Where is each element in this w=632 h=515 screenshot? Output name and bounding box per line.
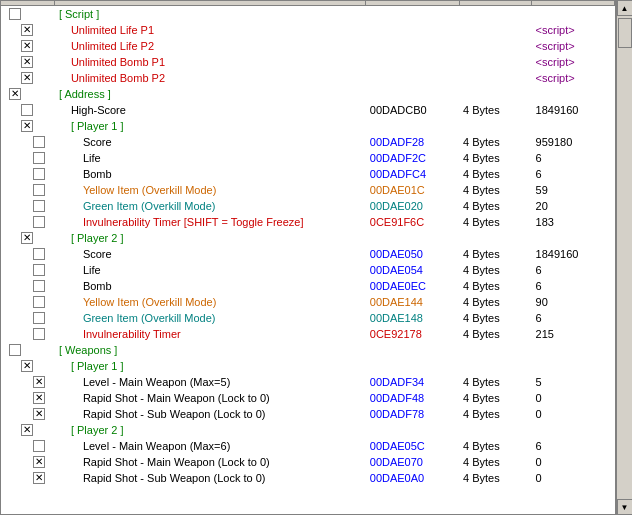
- active-cell: [1, 70, 55, 86]
- description-cell: Level - Main Weapon (Max=6): [55, 438, 366, 454]
- type-cell: [459, 342, 532, 358]
- checkbox[interactable]: [9, 8, 21, 20]
- checkbox[interactable]: [33, 264, 45, 276]
- type-cell: 4 Bytes: [459, 374, 532, 390]
- table-row[interactable]: Score00DADF284 Bytes959180: [1, 134, 615, 150]
- active-cell: [1, 86, 55, 102]
- checkbox[interactable]: [33, 440, 45, 452]
- checkbox[interactable]: [21, 232, 33, 244]
- table-row[interactable]: Yellow Item (Overkill Mode)00DAE1444 Byt…: [1, 294, 615, 310]
- checkbox[interactable]: [33, 408, 45, 420]
- checkbox[interactable]: [33, 200, 45, 212]
- checkbox[interactable]: [9, 88, 21, 100]
- value-cell: 959180: [532, 134, 615, 150]
- table-row[interactable]: Bomb00DADFC44 Bytes6: [1, 166, 615, 182]
- table-row[interactable]: High-Score00DADCB04 Bytes1849160: [1, 102, 615, 118]
- checkbox[interactable]: [21, 120, 33, 132]
- checkbox[interactable]: [33, 136, 45, 148]
- table-row[interactable]: Rapid Shot - Sub Weapon (Lock to 0)00DAE…: [1, 470, 615, 486]
- table-row[interactable]: Invulnerability Timer0CE921784 Bytes215: [1, 326, 615, 342]
- active-cell: [1, 54, 55, 70]
- checkbox[interactable]: [33, 376, 45, 388]
- table-row[interactable]: Yellow Item (Overkill Mode)00DAE01C4 Byt…: [1, 182, 615, 198]
- scroll-down-button[interactable]: ▼: [617, 499, 633, 515]
- checkbox[interactable]: [33, 184, 45, 196]
- active-cell: [1, 22, 55, 38]
- type-cell: [459, 358, 532, 374]
- active-cell: [1, 358, 55, 374]
- description-cell: Unlimited Bomb P2: [55, 70, 366, 86]
- table-row[interactable]: Unlimited Life P2<script>: [1, 38, 615, 54]
- table-row[interactable]: Green Item (Overkill Mode)00DAE1484 Byte…: [1, 310, 615, 326]
- checkbox[interactable]: [33, 392, 45, 404]
- checkbox[interactable]: [21, 72, 33, 84]
- table-row[interactable]: Level - Main Weapon (Max=6)00DAE05C4 Byt…: [1, 438, 615, 454]
- checkbox[interactable]: [33, 472, 45, 484]
- table-row[interactable]: [ Player 1 ]: [1, 358, 615, 374]
- row-label: [ Weapons ]: [59, 344, 118, 356]
- checkbox[interactable]: [33, 280, 45, 292]
- value-cell: [532, 422, 615, 438]
- checkbox[interactable]: [33, 248, 45, 260]
- type-cell: 4 Bytes: [459, 470, 532, 486]
- table-row[interactable]: Unlimited Bomb P1<script>: [1, 54, 615, 70]
- checkbox[interactable]: [33, 312, 45, 324]
- scrollbar[interactable]: ▲ ▼: [616, 0, 632, 515]
- checkbox[interactable]: [21, 40, 33, 52]
- table-row[interactable]: Green Item (Overkill Mode)00DAE0204 Byte…: [1, 198, 615, 214]
- checkbox[interactable]: [33, 168, 45, 180]
- table-row[interactable]: Unlimited Life P1<script>: [1, 22, 615, 38]
- row-label: Bomb: [59, 280, 112, 292]
- type-cell: [459, 54, 532, 70]
- value-cell: <script>: [532, 22, 615, 38]
- value-cell: 1849160: [532, 102, 615, 118]
- table-row[interactable]: Bomb00DAE0EC4 Bytes6: [1, 278, 615, 294]
- type-cell: 4 Bytes: [459, 390, 532, 406]
- value-cell: <script>: [532, 38, 615, 54]
- table-row[interactable]: Score00DAE0504 Bytes1849160: [1, 246, 615, 262]
- active-cell: [1, 102, 55, 118]
- table-row[interactable]: Rapid Shot - Main Weapon (Lock to 0)00DA…: [1, 454, 615, 470]
- table-row[interactable]: Rapid Shot - Main Weapon (Lock to 0)00DA…: [1, 390, 615, 406]
- active-cell: [1, 38, 55, 54]
- checkbox[interactable]: [33, 328, 45, 340]
- checkbox[interactable]: [21, 104, 33, 116]
- value-cell: 0: [532, 390, 615, 406]
- address-cell: [366, 22, 459, 38]
- table-row[interactable]: Life00DADF2C4 Bytes6: [1, 150, 615, 166]
- description-cell: Rapid Shot - Main Weapon (Lock to 0): [55, 390, 366, 406]
- checkbox[interactable]: [33, 152, 45, 164]
- table-row[interactable]: [ Script ]: [1, 6, 615, 22]
- active-cell: [1, 134, 55, 150]
- row-label: Unlimited Life P1: [59, 24, 154, 36]
- checkbox[interactable]: [21, 360, 33, 372]
- checkbox[interactable]: [9, 344, 21, 356]
- table-row[interactable]: Life00DAE0544 Bytes6: [1, 262, 615, 278]
- scroll-up-button[interactable]: ▲: [617, 0, 633, 16]
- value-cell: 6: [532, 262, 615, 278]
- value-cell: 0: [532, 454, 615, 470]
- table-row[interactable]: [ Player 2 ]: [1, 230, 615, 246]
- address-cell: 00DAE0A0: [366, 470, 459, 486]
- scroll-thumb[interactable]: [618, 18, 632, 48]
- table-row[interactable]: [ Weapons ]: [1, 342, 615, 358]
- table-row[interactable]: Rapid Shot - Sub Weapon (Lock to 0)00DAD…: [1, 406, 615, 422]
- description-cell: Green Item (Overkill Mode): [55, 198, 366, 214]
- table-row[interactable]: [ Address ]: [1, 86, 615, 102]
- checkbox[interactable]: [33, 216, 45, 228]
- table-row[interactable]: [ Player 1 ]: [1, 118, 615, 134]
- checkbox[interactable]: [33, 296, 45, 308]
- checkbox[interactable]: [21, 24, 33, 36]
- table-row[interactable]: [ Player 2 ]: [1, 422, 615, 438]
- checkbox[interactable]: [21, 56, 33, 68]
- type-cell: 4 Bytes: [459, 102, 532, 118]
- table-row[interactable]: Invulnerability Timer [SHIFT = Toggle Fr…: [1, 214, 615, 230]
- value-cell: 59: [532, 182, 615, 198]
- address-cell: 00DAE070: [366, 454, 459, 470]
- checkbox[interactable]: [21, 424, 33, 436]
- table-row[interactable]: Unlimited Bomb P2<script>: [1, 70, 615, 86]
- table-row[interactable]: Level - Main Weapon (Max=5)00DADF344 Byt…: [1, 374, 615, 390]
- row-label: [ Script ]: [59, 8, 99, 20]
- cheat-table[interactable]: [ Script ]Unlimited Life P1<script>Unlim…: [0, 0, 616, 515]
- checkbox[interactable]: [33, 456, 45, 468]
